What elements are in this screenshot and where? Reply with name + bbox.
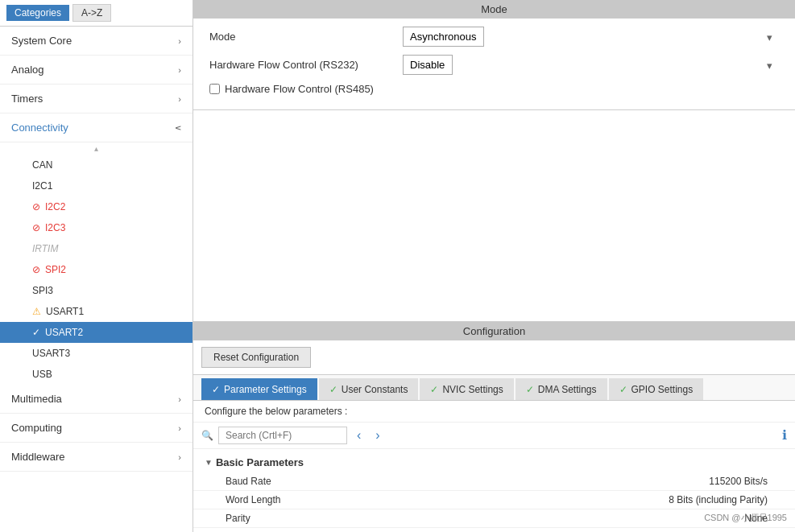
categories-button[interactable]: Categories (6, 5, 69, 21)
mode-spacer (193, 110, 795, 321)
config-tabs: ✓ Parameter Settings ✓ User Constants ✓ … (193, 375, 795, 401)
hw-flow-rs485-label[interactable]: Hardware Flow Control (RS485) (225, 83, 374, 95)
sidebar: Categories A->Z System Core › Analog › T… (0, 0, 193, 532)
sidebar-item-computing[interactable]: Computing › (0, 414, 193, 443)
nav-prev-button[interactable]: ‹ (352, 427, 366, 444)
config-info: Configure the below parameters : (193, 401, 795, 423)
mode-select[interactable]: Asynchronous (403, 27, 484, 47)
sidebar-item-system-core-label: System Core (11, 35, 72, 47)
reset-configuration-button[interactable]: Reset Configuration (201, 347, 311, 368)
basic-params-header[interactable]: ▼ Basic Parameters (193, 452, 795, 472)
blocked-icon: ⊘ (32, 201, 40, 212)
sidebar-item-connectivity-label: Connectivity (11, 122, 68, 134)
submenu-item-usart3[interactable]: USART3 (0, 343, 193, 364)
i2c1-label: I2C1 (32, 180, 52, 192)
submenu-item-usb[interactable]: USB (0, 364, 193, 385)
config-section: Configuration Reset Configuration ✓ Para… (193, 321, 795, 533)
i2c3-label: I2C3 (45, 222, 65, 233)
submenu-item-i2c3[interactable]: ⊘ I2C3 (0, 217, 193, 238)
submenu-item-spi2[interactable]: ⊘ SPI2 (0, 259, 193, 280)
check-icon: ✓ (430, 384, 438, 395)
sidebar-item-timers[interactable]: Timers › (0, 85, 193, 113)
submenu-item-usart2[interactable]: ✓ USART2 (0, 322, 193, 343)
param-word-length-value: 8 Bits (including Parity) (497, 494, 785, 505)
sidebar-item-computing-label: Computing (11, 422, 62, 434)
chevron-right-icon: › (178, 94, 181, 104)
sidebar-item-multimedia[interactable]: Multimedia › (0, 385, 193, 414)
tab-user-constants-label: User Constants (342, 384, 408, 395)
submenu-item-i2c1[interactable]: I2C1 (0, 175, 193, 196)
param-row-baud-rate: Baud Rate 115200 Bits/s (193, 472, 795, 491)
mode-section-header: Mode (193, 0, 795, 19)
tab-user-constants[interactable]: ✓ User Constants (319, 378, 419, 400)
usb-label: USB (32, 369, 52, 380)
config-toolbar: Reset Configuration (193, 340, 795, 375)
sidebar-item-system-core[interactable]: System Core › (0, 27, 193, 56)
hw-flow-rs485-checkbox[interactable] (209, 84, 220, 94)
usart1-label: USART1 (46, 306, 84, 317)
check-icon: ✓ (212, 384, 220, 395)
warning-icon: ⚠ (32, 306, 41, 317)
submenu-item-usart1[interactable]: ⚠ USART1 (0, 301, 193, 322)
param-baud-rate-value: 115200 Bits/s (497, 476, 785, 487)
hw-flow-select-wrapper: Disable (403, 55, 779, 75)
nav-next-button[interactable]: › (371, 427, 384, 444)
tab-gpio-settings[interactable]: ✓ GPIO Settings (609, 378, 704, 400)
tab-dma-settings[interactable]: ✓ DMA Settings (516, 378, 607, 400)
mode-section: Mode Mode Asynchronous Hardware Flow Con… (193, 0, 795, 110)
search-row: 🔍 ‹ › ℹ (193, 423, 795, 449)
hw-flow-rs485-row: Hardware Flow Control (RS485) (209, 83, 779, 95)
hw-flow-select[interactable]: Disable (403, 55, 453, 75)
sidebar-item-multimedia-label: Multimedia (11, 393, 62, 405)
can-label: CAN (32, 159, 52, 171)
sidebar-item-analog[interactable]: Analog › (0, 56, 193, 85)
blocked-icon: ⊘ (32, 222, 40, 233)
check-circle-icon: ✓ (32, 327, 40, 338)
chevron-right-icon: › (178, 423, 181, 433)
param-row-word-length: Word Length 8 Bits (including Parity) (193, 491, 795, 509)
scroll-up-indicator: ▴ (0, 142, 193, 155)
sidebar-item-connectivity[interactable]: Connectivity ∨ (0, 113, 193, 142)
param-row-stop-bits: Stop Bits 1 (193, 528, 795, 533)
spi2-label: SPI2 (45, 264, 66, 275)
i2c2-label: I2C2 (45, 201, 65, 212)
mode-select-wrapper: Asynchronous (403, 27, 779, 47)
mode-label: Mode (209, 31, 403, 43)
basic-params-label: Basic Parameters (216, 456, 304, 468)
info-button[interactable]: ℹ (782, 427, 787, 443)
tab-parameter-settings[interactable]: ✓ Parameter Settings (201, 378, 317, 400)
mode-row: Mode Asynchronous (209, 27, 779, 47)
watermark: CSDN @小师兄1995 (704, 512, 787, 524)
chevron-right-icon: › (178, 36, 181, 46)
tab-dma-settings-label: DMA Settings (538, 384, 597, 395)
check-icon: ✓ (329, 384, 337, 395)
tab-nvic-settings-label: NVIC Settings (442, 384, 503, 395)
main-content: Mode Mode Asynchronous Hardware Flow Con… (193, 0, 795, 532)
tab-parameter-settings-label: Parameter Settings (224, 384, 307, 395)
submenu-item-irtim[interactable]: IRTIM (0, 238, 193, 259)
chevron-down-icon: ∨ (173, 125, 184, 131)
az-button[interactable]: A->Z (72, 4, 111, 22)
spi3-label: SPI3 (32, 285, 53, 296)
tab-gpio-settings-label: GPIO Settings (631, 384, 694, 395)
sidebar-item-analog-label: Analog (11, 64, 43, 76)
submenu-item-can[interactable]: CAN (0, 155, 193, 175)
param-baud-rate-name: Baud Rate (226, 476, 497, 487)
sidebar-item-middleware[interactable]: Middleware › (0, 443, 193, 472)
connectivity-submenu: ▴ CAN I2C1 ⊘ I2C2 ⊘ I2C3 IRTIM (0, 142, 193, 385)
usart2-label: USART2 (45, 327, 83, 338)
hw-flow-row: Hardware Flow Control (RS232) Disable (209, 55, 779, 75)
sidebar-items: System Core › Analog › Timers › Connecti… (0, 27, 193, 532)
param-parity-name: Parity (226, 513, 497, 524)
irtim-label: IRTIM (32, 243, 58, 254)
search-input[interactable] (218, 427, 347, 444)
check-icon: ✓ (619, 384, 627, 395)
tab-nvic-settings[interactable]: ✓ NVIC Settings (420, 378, 513, 400)
search-icon: 🔍 (201, 430, 213, 441)
usart3-label: USART3 (32, 348, 70, 359)
submenu-item-spi3[interactable]: SPI3 (0, 280, 193, 301)
blocked-icon: ⊘ (32, 264, 40, 275)
hw-flow-label: Hardware Flow Control (RS232) (209, 59, 403, 71)
chevron-right-icon: › (178, 65, 181, 75)
submenu-item-i2c2[interactable]: ⊘ I2C2 (0, 196, 193, 217)
